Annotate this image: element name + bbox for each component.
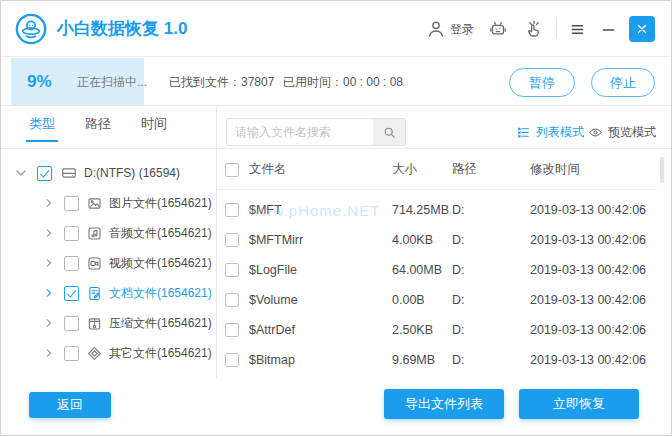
tree-item-checkbox[interactable] — [64, 196, 79, 211]
cell-filename: $Volume — [249, 293, 392, 307]
cell-filename: $AttrDef — [249, 323, 392, 337]
preview-mode-label: 预览模式 — [608, 124, 656, 141]
video-icon — [86, 255, 103, 272]
tree-item-checkbox[interactable] — [64, 316, 79, 331]
stop-button[interactable]: 停止 — [591, 68, 655, 97]
table-row[interactable]: $MFT 714.25MB D: 2019-03-13 00:42:06 — [217, 195, 657, 225]
cell-modified: 2019-03-13 00:42:06 — [530, 293, 657, 307]
cell-filename: $MFT — [249, 203, 392, 217]
back-button[interactable]: 返回 — [29, 392, 111, 418]
row-checkbox[interactable] — [225, 293, 239, 307]
user-icon[interactable] — [426, 19, 446, 39]
cell-size: 9.69MB — [392, 353, 452, 367]
cell-size: 4.00KB — [392, 233, 452, 247]
title-bar: 小白数据恢复 1.0 登录 — [1, 1, 671, 57]
cell-size: 2.50KB — [392, 323, 452, 337]
tree-item[interactable]: 文档文件(1654621) — [1, 278, 215, 308]
recover-now-button[interactable]: 立即恢复 — [519, 389, 639, 419]
menu-icon[interactable] — [569, 21, 586, 38]
search-button[interactable] — [373, 119, 405, 145]
row-checkbox[interactable] — [225, 353, 239, 367]
table-row[interactable]: $Volume 0.00B D: 2019-03-13 00:42:06 — [217, 285, 657, 315]
tree-item-label: 视频文件(1654621) — [109, 255, 212, 272]
cell-size: 714.25MB — [392, 203, 452, 217]
chevron-right-icon[interactable] — [43, 347, 55, 359]
table-row[interactable]: $AttrDef 2.50KB D: 2019-03-13 00:42:06 — [217, 315, 657, 345]
row-checkbox[interactable] — [225, 233, 239, 247]
cell-path: D: — [452, 263, 530, 277]
row-checkbox[interactable] — [225, 203, 239, 217]
cell-size: 64.00MB — [392, 263, 452, 277]
table-row[interactable]: $LogFile 64.00MB D: 2019-03-13 00:42:06 — [217, 255, 657, 285]
tree-root-drive[interactable]: D:(NTFS) (16594) — [1, 158, 215, 188]
progress-percent: 9% — [27, 58, 52, 106]
close-button[interactable] — [629, 16, 655, 42]
tree-root-label: D:(NTFS) (16594) — [84, 166, 180, 180]
cell-modified: 2019-03-13 00:42:06 — [530, 263, 657, 277]
elapsed-time-value: 00 : 00 : 08 — [343, 75, 403, 89]
tree-item[interactable]: 其它文件(1654621) — [1, 338, 215, 368]
tree-item[interactable]: 压缩文件(1654621) — [1, 308, 215, 338]
cell-path: D: — [452, 233, 530, 247]
chevron-right-icon[interactable] — [43, 257, 55, 269]
table-row[interactable]: $MFTMirr 4.00KB D: 2019-03-13 00:42:06 — [217, 225, 657, 255]
tree-item-checkbox[interactable] — [64, 286, 79, 301]
cell-path: D: — [452, 203, 530, 217]
tree-item[interactable]: 视频文件(1654621) — [1, 248, 215, 278]
tree-root-checkbox[interactable] — [37, 166, 52, 181]
row-checkbox[interactable] — [225, 323, 239, 337]
table-row[interactable]: $Bitmap 9.69MB D: 2019-03-13 00:42:06 — [217, 345, 657, 375]
tab-time[interactable]: 时间 — [141, 107, 167, 143]
tab-path[interactable]: 路径 — [85, 107, 111, 143]
image-icon — [86, 195, 103, 212]
tree-item[interactable]: 图片文件(1654621) — [1, 188, 215, 218]
tree-item-label: 图片文件(1654621) — [109, 195, 212, 212]
elapsed-time-stat: 已用时间：00 : 00 : 08 — [283, 58, 403, 106]
list-mode-label: 列表模式 — [536, 124, 584, 141]
chevron-down-icon[interactable] — [13, 165, 29, 181]
tree-item-checkbox[interactable] — [64, 346, 79, 361]
hand-click-icon[interactable] — [524, 19, 544, 39]
chevron-right-icon[interactable] — [43, 317, 55, 329]
cell-modified: 2019-03-13 00:42:06 — [530, 353, 657, 367]
cell-filename: $LogFile — [249, 263, 392, 277]
archive-icon — [86, 315, 103, 332]
tree-item[interactable]: 音频文件(1654621) — [1, 218, 215, 248]
login-button[interactable]: 登录 — [450, 21, 474, 38]
customer-service-robot-icon[interactable] — [488, 19, 508, 39]
cell-modified: 2019-03-13 00:42:06 — [530, 323, 657, 337]
cell-size: 0.00B — [392, 293, 452, 307]
list-mode-toggle[interactable]: 列表模式 — [516, 118, 584, 146]
export-file-list-button[interactable]: 导出文件列表 — [384, 389, 504, 419]
table-scrollbar[interactable] — [660, 157, 664, 183]
cell-path: D: — [452, 353, 530, 367]
cell-path: D: — [452, 293, 530, 307]
chevron-right-icon[interactable] — [43, 227, 55, 239]
sidebar-tabs: 类型 路径 时间 — [1, 107, 216, 143]
tree-item-checkbox[interactable] — [64, 226, 79, 241]
titlebar-divider — [556, 19, 557, 39]
header-size: 大小 — [392, 161, 452, 178]
tree-item-checkbox[interactable] — [64, 256, 79, 271]
pause-button[interactable]: 暂停 — [509, 68, 575, 97]
chevron-right-icon[interactable] — [43, 287, 55, 299]
chevron-right-icon[interactable] — [43, 197, 55, 209]
scan-progress-bar: 9% 正在扫描中... 已找到文件：37807 已用时间：00 : 00 : 0… — [1, 58, 671, 106]
minimize-button[interactable] — [600, 21, 617, 38]
files-found-stat: 已找到文件：37807 — [169, 58, 274, 106]
search-input[interactable] — [227, 119, 373, 145]
header-modified: 修改时间 — [530, 161, 657, 178]
toolbar-divider-line — [1, 148, 671, 149]
file-type-tree: D:(NTFS) (16594) 图片文件(1654621) 音频文件(1654… — [1, 158, 215, 368]
cell-modified: 2019-03-13 00:42:06 — [530, 203, 657, 217]
select-all-checkbox[interactable] — [225, 163, 239, 177]
other-icon — [86, 345, 103, 362]
preview-mode-toggle[interactable]: 预览模式 — [588, 118, 656, 146]
app-title: 小白数据恢复 1.0 — [57, 1, 187, 57]
row-checkbox[interactable] — [225, 263, 239, 277]
tab-type[interactable]: 类型 — [29, 107, 55, 143]
list-icon — [516, 125, 531, 140]
file-table-header: 文件名 大小 路径 修改时间 — [217, 150, 657, 190]
tree-item-label: 压缩文件(1654621) — [109, 315, 212, 332]
eye-icon — [588, 125, 603, 140]
